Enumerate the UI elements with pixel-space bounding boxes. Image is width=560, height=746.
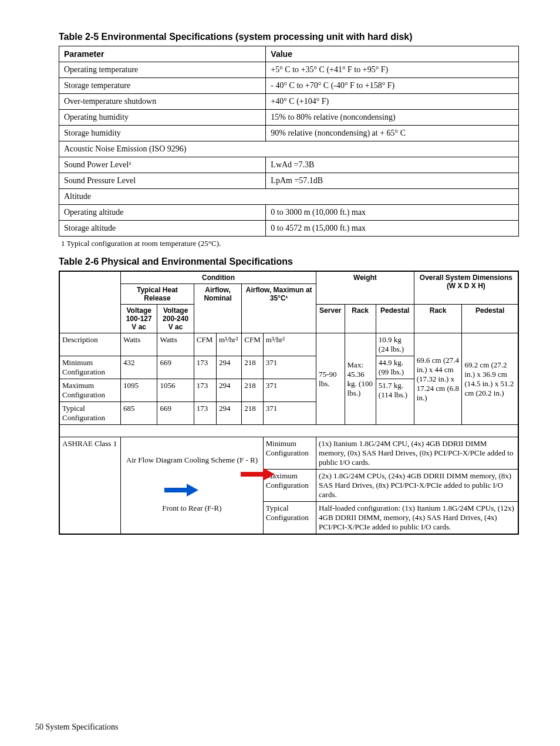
table-2-6: Condition Weight Overall System Dimensio… [59, 271, 519, 535]
svg-marker-1 [164, 484, 198, 497]
page-footer: 50 System Specifications [35, 723, 119, 732]
svg-marker-0 [241, 468, 275, 481]
table-row: Altitude [59, 189, 519, 205]
col-parameter: Parameter [59, 46, 266, 62]
table-row: Operating humidity15% to 80% relative (n… [59, 110, 519, 126]
airflow-diagram: Air Flow Diagram Cooling Scheme (F - R) … [123, 439, 261, 515]
page: Table 2-5 Environmental Specifications (… [0, 0, 560, 746]
table-row: Storage humidity90% relative (noncondens… [59, 126, 519, 141]
col-value: Value [266, 46, 519, 62]
arrow-red-icon [241, 465, 276, 483]
table-row: Operating altitude0 to 3000 m (10,000 ft… [59, 205, 519, 221]
table-2-5-title: Table 2-5 Environmental Specifications (… [59, 32, 519, 42]
table-row: Storage altitude0 to 4572 m (15,000 ft.)… [59, 221, 519, 237]
table-row: Operating temperature+5° C to +35° C (+4… [59, 62, 519, 78]
table-row: Over-temperature shutdown+40° C (+104° F… [59, 94, 519, 110]
table-row: Sound Pressure LevelLpAm =57.1dB [59, 173, 519, 189]
table-row: Storage temperature- 40° C to +70° C (-4… [59, 78, 519, 94]
arrow-blue-icon [164, 481, 200, 499]
table-row: ASHRAE Class 1 Air Flow Diagram Cooling … [59, 437, 518, 470]
table-2-5-footnote: 1 Typical configuration at room temperat… [61, 239, 519, 248]
table-2-6-title: Table 2-6 Physical and Environmental Spe… [59, 256, 519, 267]
table-row: Description Watts Watts CFM m³/hr² CFM m… [59, 333, 518, 356]
table-row: Sound Power Level¹LwAd =7.3B [59, 157, 519, 173]
table-row: Acoustic Noise Emission (ISO 9296) [59, 141, 519, 157]
table-2-5: Parameter Value Operating temperature+5°… [59, 46, 519, 237]
